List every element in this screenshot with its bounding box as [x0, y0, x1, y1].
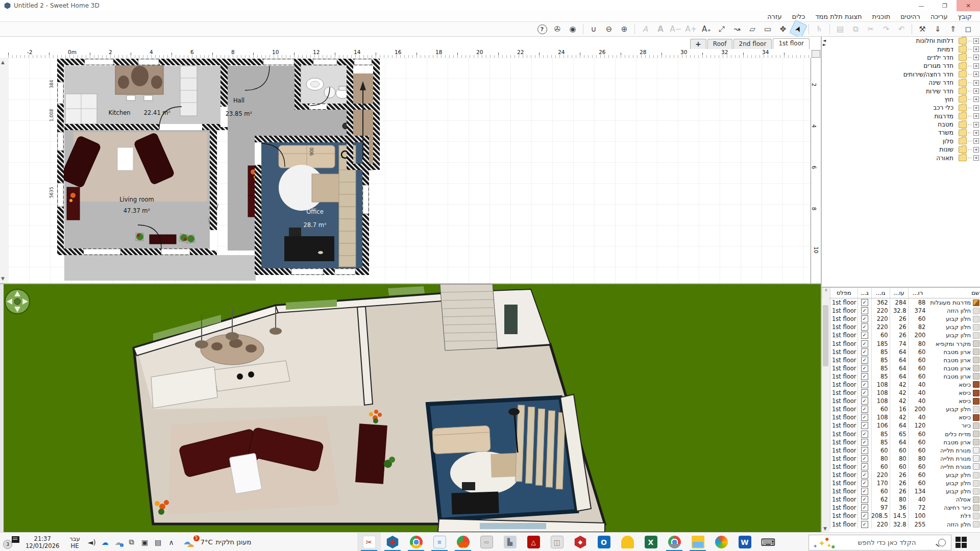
scrollbar-thumb[interactable]: [823, 305, 828, 366]
scroll-down-icon[interactable]: ▼: [1, 276, 5, 281]
restore-button[interactable]: ❐: [933, 0, 957, 11]
expand-icon[interactable]: +: [973, 55, 979, 60]
visible-checkbox[interactable]: ✓: [861, 471, 868, 479]
cell-level[interactable]: 1st floor: [830, 397, 857, 405]
expand-icon[interactable]: +: [973, 130, 979, 136]
furniture-row-8[interactable]: 1st floor✓856460ארון מטבח: [822, 364, 980, 372]
magnetism-toggle[interactable]: ∪: [586, 22, 601, 36]
visible-checkbox[interactable]: ✓: [861, 414, 868, 421]
cell-name[interactable]: חלון קבוע: [927, 405, 980, 413]
visible-checkbox[interactable]: ✓: [861, 397, 868, 405]
column-header-depth[interactable]: עו...: [890, 288, 908, 298]
visible-checkbox[interactable]: ✓: [861, 323, 868, 331]
furniture-row-24[interactable]: 1st floor✓628040אסלה: [822, 495, 980, 504]
taskbar-app-excel[interactable]: X: [639, 533, 663, 551]
minimize-button[interactable]: —: [910, 0, 933, 11]
cell-name[interactable]: חלון קבוע: [927, 471, 980, 479]
catalog-category-4[interactable]: +חדר רחצה/שירותים: [822, 70, 980, 79]
expand-icon[interactable]: +: [973, 105, 979, 111]
3d-navigation-compass[interactable]: [5, 289, 30, 314]
cell-name[interactable]: חלון קבוע: [927, 331, 980, 339]
tab-1st-floor[interactable]: 1st floor: [773, 38, 810, 49]
furniture-row-7[interactable]: 1st floor✓856460ארון מטבח: [822, 356, 980, 364]
menu-4[interactable]: תצוגת תלת ממד: [810, 12, 867, 21]
visible-checkbox[interactable]: ✓: [861, 365, 868, 372]
cell-name[interactable]: כיסא: [927, 381, 980, 389]
furniture-row-18[interactable]: 1st floor✓606060מנורת תלייה: [822, 446, 980, 455]
furniture-row-26[interactable]: 1st floor✓208.514.5100דלת: [822, 512, 980, 520]
table-scrollbar[interactable]: ▼: [822, 298, 829, 532]
taskbar-app-city-tower[interactable]: ▙: [498, 533, 522, 551]
cell-name[interactable]: כיסא: [927, 413, 980, 421]
search-input[interactable]: ✦ ✦ ✦ ● ● הקלד כאן כדי לחפש: [808, 535, 951, 550]
expand-icon[interactable]: +: [973, 122, 979, 128]
hidden-icons-chevron[interactable]: ∧: [165, 536, 178, 548]
visible-checkbox[interactable]: ✓: [861, 488, 868, 495]
column-header-name[interactable]: שם: [927, 288, 980, 298]
furniture-row-10[interactable]: 1st floor✓1084240כיסא: [822, 381, 980, 389]
display-icon[interactable]: ⧉: [126, 536, 138, 548]
taskbar-app-sweet-home-3d[interactable]: [381, 533, 404, 551]
add-text-icon[interactable]: A₊: [699, 22, 714, 36]
create-rooms-icon[interactable]: ▱: [745, 22, 760, 36]
cell-level[interactable]: 1st floor: [830, 405, 857, 413]
zoom-in-icon[interactable]: ⊕: [617, 22, 631, 36]
taskbar-app-chrome-planner[interactable]: [404, 533, 428, 551]
undo-icon[interactable]: ↶: [894, 22, 909, 36]
catalog-category-12[interactable]: +סלון: [822, 137, 980, 145]
plan-vertical-scrollbar[interactable]: ▲ ▼: [0, 58, 9, 283]
visible-checkbox[interactable]: ✓: [861, 512, 868, 519]
cell-level[interactable]: 1st floor: [830, 348, 857, 356]
cell-name[interactable]: ארון מטבח: [927, 348, 980, 356]
taskbar-app-chrome-city[interactable]: [663, 533, 686, 551]
expand-icon[interactable]: +: [973, 46, 979, 52]
onedrive-icon[interactable]: ☁: [99, 536, 111, 548]
expand-icon[interactable]: +: [973, 71, 979, 77]
create-dimensions-icon[interactable]: ⤢: [715, 22, 729, 36]
column-header-width[interactable]: רו...: [908, 288, 927, 298]
cell-name[interactable]: חלון קבוע: [927, 487, 980, 495]
furniture-row-6[interactable]: 1st floor✓856460ארון מטבח: [822, 348, 980, 356]
cell-level[interactable]: 1st floor: [830, 298, 857, 307]
cell-level[interactable]: 1st floor: [830, 455, 857, 463]
cell-name[interactable]: ארון מטבח: [927, 364, 980, 372]
cell-level[interactable]: 1st floor: [830, 504, 857, 512]
visible-checkbox[interactable]: ✓: [861, 406, 868, 413]
cell-level[interactable]: 1st floor: [830, 315, 857, 323]
notification-center-icon[interactable]: 3: [3, 536, 20, 549]
menu-6[interactable]: עזרה: [762, 12, 787, 21]
column-header-height[interactable]: גו...: [871, 288, 890, 298]
catalog-category-7[interactable]: +חוץ: [822, 95, 980, 104]
expand-icon[interactable]: +: [973, 113, 979, 119]
cell-name[interactable]: מנורת תלייה: [927, 446, 980, 455]
catalog-category-5[interactable]: +חדר שינה: [822, 79, 980, 87]
cell-level[interactable]: 1st floor: [830, 463, 857, 471]
visible-checkbox[interactable]: ✓: [861, 439, 868, 446]
windows-start-button[interactable]: [955, 537, 967, 548]
cell-name[interactable]: כיור רחיצה: [927, 504, 980, 512]
cell-level[interactable]: 1st floor: [830, 307, 857, 315]
floor-plan-canvas[interactable]: Kitchen 22.41 m² Hall 23.85 m² Living ro…: [8, 58, 811, 283]
tab-2nd-floor[interactable]: 2nd floor: [733, 39, 772, 49]
taskbar-clock[interactable]: 21:37 12/01/2026: [26, 535, 59, 549]
furniture-row-0[interactable]: 1st floor✓36228488מדרגות מעוגלות: [822, 298, 980, 307]
taskbar-app-word[interactable]: W: [733, 533, 756, 551]
visible-checkbox[interactable]: ✓: [861, 299, 868, 306]
cell-level[interactable]: 1st floor: [830, 389, 857, 397]
close-button[interactable]: ✕: [957, 0, 980, 11]
furniture-row-15[interactable]: 1st floor✓10664120כיור: [822, 421, 980, 430]
taskbar-app-copilot[interactable]: [709, 533, 733, 551]
tab-roof[interactable]: Roof: [707, 39, 732, 49]
furniture-row-14[interactable]: 1st floor✓1084240כיסא: [822, 413, 980, 421]
furniture-row-11[interactable]: 1st floor✓1084240כיסא: [822, 389, 980, 397]
cell-name[interactable]: מנורת תלייה: [927, 463, 980, 471]
cell-name[interactable]: חלון קבוע: [927, 479, 980, 487]
speaker-icon[interactable]: ◄): [86, 536, 98, 548]
furniture-row-23[interactable]: 1st floor✓6026134חלון קבוע: [822, 487, 980, 495]
cell-name[interactable]: מדיח כלים: [927, 430, 980, 438]
zoom-out-icon[interactable]: ⊖: [602, 22, 616, 36]
cell-level[interactable]: 1st floor: [830, 364, 857, 372]
furniture-row-3[interactable]: 1st floor✓2202682חלון קבוע: [822, 323, 980, 331]
cell-level[interactable]: 1st floor: [830, 381, 857, 389]
cell-level[interactable]: 1st floor: [830, 430, 857, 438]
